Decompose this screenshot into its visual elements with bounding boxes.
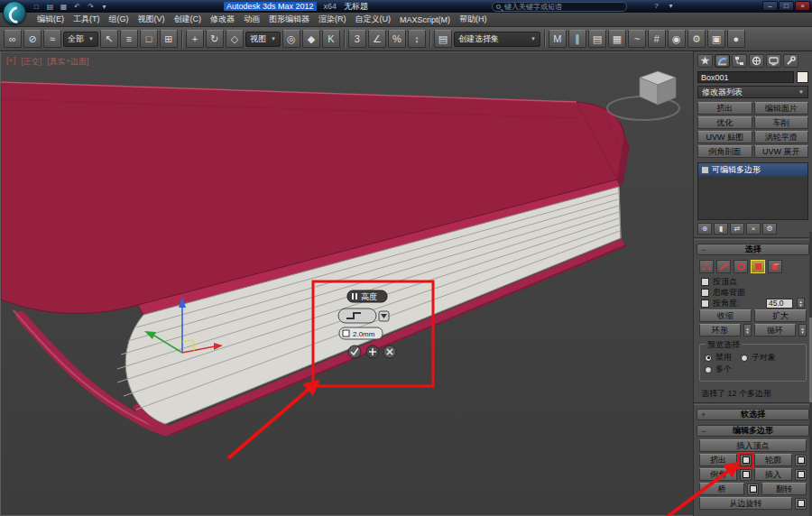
unlink-selection-icon[interactable]: ⊘ bbox=[23, 30, 42, 48]
outline-button[interactable]: 轮廓 bbox=[754, 454, 792, 466]
rendered-frame-icon[interactable]: ▣ bbox=[707, 30, 725, 48]
selection-rollout-header[interactable]: − 选择 bbox=[697, 244, 809, 255]
bridge-settings-button[interactable] bbox=[747, 484, 759, 495]
mirror-icon[interactable]: M bbox=[549, 30, 567, 48]
redo-icon[interactable]: ↷ bbox=[85, 2, 97, 12]
hinge-settings-button[interactable] bbox=[795, 498, 807, 510]
tab-modify[interactable] bbox=[715, 54, 730, 68]
preview-multiple-radio[interactable]: 多个 bbox=[705, 364, 732, 375]
viewport[interactable]: [+] [正交] [真实+边面] bbox=[0, 51, 693, 516]
caddy-ok-button[interactable] bbox=[348, 346, 361, 358]
pin-stack-icon[interactable]: ⊕ bbox=[697, 223, 712, 235]
modifier-list-dropdown[interactable]: 修改器列表 ▼ bbox=[697, 86, 808, 98]
select-and-link-icon[interactable]: ∞ bbox=[4, 30, 22, 48]
angle-value-field[interactable]: 45.0 bbox=[766, 299, 793, 309]
modifier-set-button[interactable]: 车削 bbox=[754, 116, 809, 129]
caddy-dropdown-button[interactable] bbox=[379, 311, 389, 321]
snaps-toggle-3d-icon[interactable]: 3 bbox=[348, 30, 366, 48]
save-file-icon[interactable]: ▦ bbox=[58, 2, 69, 12]
use-pivot-center-icon[interactable]: ◎ bbox=[282, 30, 300, 48]
select-and-move-icon[interactable]: + bbox=[186, 30, 204, 48]
inset-settings-button[interactable] bbox=[795, 469, 807, 481]
edit-polygons-rollout-header[interactable]: − 编辑多边形 bbox=[697, 425, 809, 437]
named-selection-sets-dropdown[interactable]: 创建选择集 ▼ bbox=[454, 32, 540, 47]
infocenter-search[interactable]: 键入关键字或短语 bbox=[492, 2, 627, 12]
bevel-button[interactable]: 倒角 bbox=[699, 468, 737, 481]
tab-create[interactable] bbox=[697, 54, 713, 68]
render-setup-icon[interactable]: ⚙ bbox=[687, 30, 706, 48]
edit-named-selection-sets-icon[interactable]: ▤ bbox=[434, 30, 452, 48]
help-icon[interactable]: ? bbox=[651, 1, 662, 11]
menu-item[interactable]: 工具(T) bbox=[69, 12, 105, 27]
hinge-from-edge-button[interactable]: 从边旋转 bbox=[699, 497, 792, 510]
material-editor-icon[interactable]: ◉ bbox=[668, 30, 686, 48]
modifier-set-button[interactable]: UVW 贴图 bbox=[697, 131, 752, 143]
modifier-set-button[interactable]: 编辑面片 bbox=[754, 102, 809, 115]
preview-subobj-radio[interactable]: 子对象 bbox=[741, 352, 776, 364]
menu-item[interactable]: 创建(C) bbox=[170, 12, 207, 27]
viewcube[interactable] bbox=[607, 71, 679, 120]
angle-snap-icon[interactable]: ∠ bbox=[368, 30, 386, 48]
menu-item[interactable]: 编辑(E) bbox=[32, 12, 69, 27]
menu-item[interactable]: 动画 bbox=[239, 12, 264, 27]
outline-settings-button[interactable] bbox=[795, 455, 807, 466]
menu-item[interactable]: 渲染(R) bbox=[314, 12, 351, 27]
menu-item[interactable]: 帮助(H) bbox=[455, 12, 492, 27]
spinner-snap-icon[interactable]: ↕ bbox=[408, 30, 426, 48]
extrude-settings-button[interactable] bbox=[740, 455, 752, 466]
viewport-canvas[interactable]: 高度 2.0mm bbox=[1, 52, 692, 515]
caddy-group-toggle-button[interactable] bbox=[338, 309, 376, 323]
menu-item[interactable]: 自定义(U) bbox=[351, 12, 396, 27]
rectangular-selection-region-icon[interactable]: □ bbox=[140, 30, 158, 48]
edge-subobject-button[interactable] bbox=[716, 260, 731, 273]
undo-icon[interactable]: ↶ bbox=[71, 2, 83, 12]
configure-modifier-sets-icon[interactable]: ⚙ bbox=[762, 223, 777, 235]
remove-modifier-icon[interactable]: × bbox=[746, 223, 761, 235]
extrude-button[interactable]: 挤出 bbox=[699, 454, 737, 466]
select-by-name-icon[interactable]: ≡ bbox=[120, 30, 138, 48]
book-model[interactable] bbox=[1, 82, 630, 435]
modifier-set-button[interactable]: 挤出 bbox=[697, 102, 752, 115]
insert-vertex-button[interactable]: 插入顶点 bbox=[699, 439, 807, 452]
application-menu-logo-icon[interactable] bbox=[3, 1, 26, 24]
element-subobject-button[interactable] bbox=[768, 260, 782, 273]
close-button[interactable]: × bbox=[795, 1, 810, 11]
modifier-set-button[interactable]: 倒角剖面 bbox=[697, 145, 752, 158]
select-and-manipulate-icon[interactable]: ◆ bbox=[302, 30, 320, 48]
menu-item[interactable]: 视图(V) bbox=[134, 12, 170, 27]
by-angle-checkbox[interactable] bbox=[701, 299, 709, 308]
viewport-menu-pov[interactable]: [正交] bbox=[21, 56, 42, 68]
quick-access-dropdown-icon[interactable]: ▾ bbox=[98, 2, 110, 12]
stack-item-editable-poly[interactable]: 可编辑多边形 bbox=[698, 163, 807, 176]
bevel-settings-button[interactable] bbox=[740, 469, 752, 481]
new-file-icon[interactable]: □ bbox=[31, 2, 42, 12]
tab-utilities[interactable] bbox=[783, 54, 798, 68]
object-color-swatch[interactable] bbox=[797, 71, 808, 83]
community-dropdown-icon[interactable]: ▾ bbox=[665, 1, 677, 11]
minimize-button[interactable]: – bbox=[762, 1, 778, 11]
menu-item[interactable]: 组(G) bbox=[105, 12, 134, 27]
selection-filter-dropdown[interactable]: 全部 ▼ bbox=[63, 32, 98, 47]
show-end-result-icon[interactable]: ▮ bbox=[714, 223, 728, 235]
preview-disable-radio[interactable]: 禁用 bbox=[705, 352, 732, 364]
curve-editor-icon[interactable]: ~ bbox=[628, 30, 646, 48]
align-icon[interactable]: ∥ bbox=[568, 30, 586, 48]
select-object-icon[interactable]: ↖ bbox=[100, 30, 118, 48]
menu-item[interactable]: 修改器 bbox=[206, 12, 239, 27]
grow-button[interactable]: 扩大 bbox=[754, 309, 807, 322]
menu-item[interactable]: 图形编辑器 bbox=[264, 12, 314, 27]
vertex-subobject-button[interactable] bbox=[699, 260, 714, 273]
window-crossing-icon[interactable]: ⊞ bbox=[160, 30, 178, 48]
caddy-height-field[interactable]: 2.0mm bbox=[339, 327, 383, 339]
coordinate-system-dropdown[interactable]: 视图 ▼ bbox=[245, 32, 281, 47]
graphite-modeling-icon[interactable]: ▦ bbox=[608, 30, 626, 48]
maximize-button[interactable]: □ bbox=[779, 1, 794, 11]
inset-button[interactable]: 插入 bbox=[754, 468, 792, 481]
tab-hierarchy[interactable] bbox=[732, 54, 747, 68]
ring-button[interactable]: 环形 bbox=[699, 324, 741, 336]
open-file-icon[interactable]: ▤ bbox=[44, 2, 56, 12]
modifier-stack[interactable]: 可编辑多边形 bbox=[697, 162, 808, 220]
make-unique-icon[interactable]: ⇄ bbox=[730, 223, 744, 235]
caddy-apply-button[interactable] bbox=[366, 346, 379, 358]
tab-motion[interactable] bbox=[749, 54, 764, 68]
